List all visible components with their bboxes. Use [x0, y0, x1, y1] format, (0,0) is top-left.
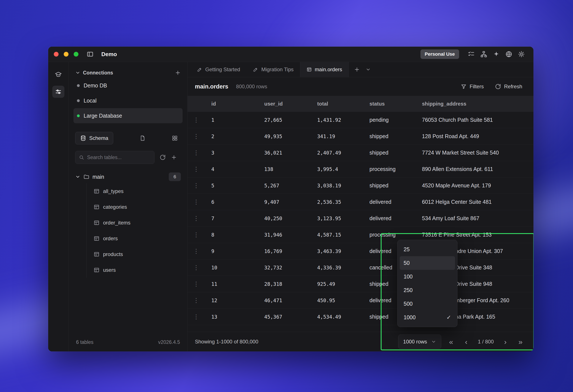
cell-total[interactable]: 450.95 [311, 298, 363, 303]
add-table-icon[interactable] [171, 154, 177, 160]
table-row[interactable]: ⋮ 11 28,318 925.49 shipped Drive Suite 9… [188, 276, 534, 292]
table-row[interactable]: ⋮ 13 45,367 4,534.49 shipped na Park Apt… [188, 309, 534, 325]
table-row[interactable]: ⋮ 7 40,250 3,123.95 delivered 534 Amy Lo… [188, 210, 534, 227]
settings-gear-icon[interactable] [518, 51, 525, 58]
cell-status[interactable]: processing [363, 166, 415, 172]
cell-total[interactable]: 4,534.49 [311, 314, 363, 320]
row-grip-icon[interactable]: ⋮ [188, 133, 205, 140]
table-node-products[interactable]: products [87, 246, 187, 262]
refresh-button[interactable]: Refresh [495, 84, 522, 90]
cell-address[interactable]: 76053 Church Path Suite 581 [415, 117, 534, 123]
filters-button[interactable]: Filters [461, 84, 484, 90]
row-grip-icon[interactable]: ⋮ [188, 182, 205, 189]
row-grip-icon[interactable]: ⋮ [188, 264, 205, 271]
cell-user-id[interactable]: 16,769 [258, 248, 311, 254]
cell-user-id[interactable]: 9,407 [258, 199, 311, 205]
table-node-categories[interactable]: categories [87, 199, 187, 215]
table-row[interactable]: ⋮ 3 36,021 2,407.49 shipped 7724 W Marke… [188, 145, 534, 161]
cell-id[interactable]: 1 [205, 117, 258, 123]
table-node-all-types[interactable]: all_types [87, 183, 187, 199]
last-page-button[interactable]: » [515, 337, 526, 347]
globe-icon[interactable] [505, 51, 512, 58]
search-tables-box[interactable] [75, 151, 155, 164]
page-size-button[interactable]: 1000 rows [398, 335, 441, 349]
sidebar-toggle-icon[interactable] [87, 51, 93, 58]
row-grip-icon[interactable]: ⋮ [188, 198, 205, 205]
cell-id[interactable]: 6 [205, 199, 258, 205]
cell-total[interactable]: 3,995.4 [311, 166, 363, 172]
page-size-option-250[interactable]: 250 [400, 283, 455, 297]
cell-address[interactable]: 4520 Maple Avenue Apt. 179 [415, 182, 534, 189]
cell-status[interactable]: delivered [363, 199, 415, 205]
zoom-traffic-light[interactable] [74, 52, 78, 57]
column-header-user-id[interactable]: user_id [258, 101, 311, 107]
connections-header[interactable]: Connections [69, 68, 187, 78]
row-grip-icon[interactable]: ⋮ [188, 297, 205, 304]
schema-tab-button[interactable]: Schema [75, 132, 113, 144]
cell-total[interactable]: 2,536.35 [311, 199, 363, 205]
cell-status[interactable]: processing [363, 232, 415, 238]
cell-user-id[interactable]: 45,367 [258, 314, 311, 320]
row-grip-icon[interactable]: ⋮ [188, 215, 205, 222]
cell-user-id[interactable]: 27,665 [258, 117, 311, 123]
cell-address[interactable]: 890 Allen Extensions Apt. 611 [415, 166, 534, 172]
cell-status[interactable]: shipped [363, 133, 415, 139]
cell-id[interactable]: 3 [205, 150, 258, 156]
tab-list-chevron-icon[interactable] [363, 65, 373, 74]
cell-total[interactable]: 3,038.19 [311, 183, 363, 188]
cell-id[interactable]: 2 [205, 134, 258, 139]
add-connection-button[interactable] [175, 70, 181, 76]
tab-main-orders[interactable]: main.orders [300, 62, 349, 77]
table-row[interactable]: ⋮ 2 49,935 341.19 shipped 128 Post Road … [188, 128, 534, 145]
connection-item-large-database[interactable]: Large Database [73, 108, 182, 123]
next-page-button[interactable]: › [500, 337, 511, 347]
cell-total[interactable]: 1,431.92 [311, 117, 363, 123]
table-row[interactable]: ⋮ 1 27,665 1,431.92 pending 76053 Church… [188, 112, 534, 128]
prev-page-button[interactable]: ‹ [461, 337, 471, 347]
cell-id[interactable]: 13 [205, 314, 258, 320]
refresh-tables-icon[interactable] [160, 154, 166, 160]
table-node-order-items[interactable]: order_items [87, 215, 187, 231]
table-row[interactable]: ⋮ 9 16,769 3,463.39 delivered ndre Union… [188, 243, 534, 259]
search-tables-input[interactable] [87, 154, 151, 161]
license-badge[interactable]: Personal Use [420, 50, 459, 59]
new-tab-button[interactable] [352, 65, 362, 74]
cell-total[interactable]: 925.49 [311, 281, 363, 287]
row-grip-icon[interactable]: ⋮ [188, 313, 205, 320]
cell-address[interactable]: 128 Post Road Apt. 449 [415, 133, 534, 139]
table-node-users[interactable]: users [87, 262, 187, 278]
cell-address[interactable]: 73516 E Pine Street Apt. 153 [415, 232, 534, 238]
table-row[interactable]: ⋮ 6 9,407 2,536.35 delivered 6012 Helga … [188, 194, 534, 210]
table-node-orders[interactable]: orders [87, 231, 187, 246]
cell-id[interactable]: 7 [205, 216, 258, 221]
cell-user-id[interactable]: 46,471 [258, 298, 311, 303]
cell-user-id[interactable]: 138 [258, 166, 311, 172]
table-row[interactable]: ⋮ 5 5,267 3,038.19 shipped 4520 Maple Av… [188, 177, 534, 194]
tab-migration-tips[interactable]: Migration Tips [247, 62, 300, 77]
cell-user-id[interactable]: 28,318 [258, 281, 311, 287]
cell-status[interactable]: delivered [363, 215, 415, 222]
cell-status[interactable]: shipped [363, 182, 415, 189]
checklist-icon[interactable] [468, 51, 475, 58]
cell-user-id[interactable]: 5,267 [258, 183, 311, 188]
page-size-option-1000[interactable]: 1000 ✓ [400, 311, 455, 324]
cell-status[interactable]: shipped [363, 150, 415, 156]
first-page-button[interactable]: « [446, 337, 456, 347]
row-grip-icon[interactable]: ⋮ [188, 231, 205, 238]
document-view-icon[interactable] [140, 135, 146, 141]
cell-id[interactable]: 10 [205, 265, 258, 271]
page-size-option-100[interactable]: 100 [400, 270, 455, 283]
column-header-shipping-address[interactable]: shipping_address [415, 101, 534, 107]
tab-getting-started[interactable]: Getting Started [191, 62, 247, 77]
column-header-id[interactable]: id [205, 101, 258, 107]
page-size-option-25[interactable]: 25 [400, 243, 455, 256]
minimize-traffic-light[interactable] [64, 52, 69, 57]
table-row[interactable]: ⋮ 8 31,946 4,587.15 processing 73516 E P… [188, 227, 534, 243]
cell-address[interactable]: 6012 Helga Center Suite 481 [415, 199, 534, 205]
cell-address[interactable]: 7724 W Market Street Suite 540 [415, 150, 534, 156]
cell-user-id[interactable]: 32,732 [258, 265, 311, 271]
cell-id[interactable]: 12 [205, 298, 258, 303]
row-grip-icon[interactable]: ⋮ [188, 166, 205, 173]
cell-total[interactable]: 3,463.39 [311, 248, 363, 254]
sliders-view-icon[interactable] [52, 86, 64, 98]
